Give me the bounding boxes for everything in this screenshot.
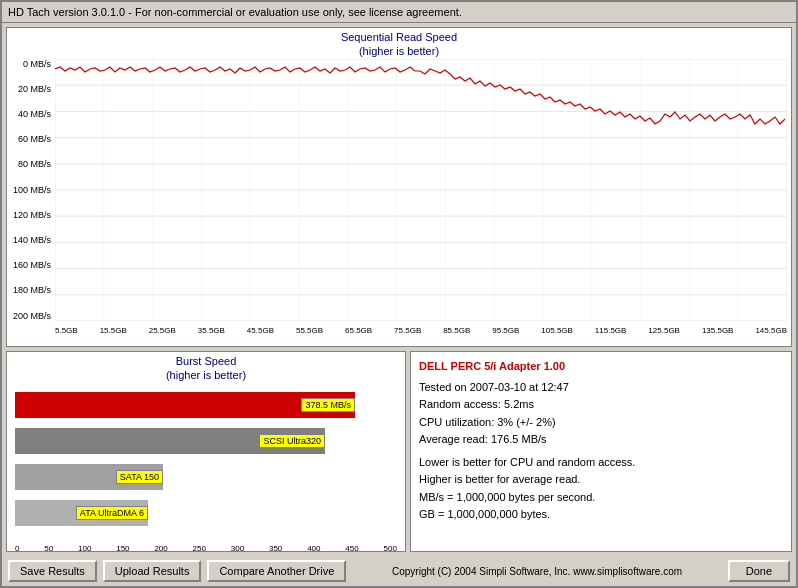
title-bar: HD Tach version 3.0.1.0 - For non-commer…: [2, 2, 796, 23]
seq-chart-container: Sequential Read Speed (higher is better)…: [6, 27, 792, 347]
info-tested-on: Tested on 2007-03-10 at 12:47: [419, 379, 783, 396]
y-axis: 200 MB/s 180 MB/s 160 MB/s 140 MB/s 120 …: [7, 59, 55, 321]
compare-drive-button[interactable]: Compare Another Drive: [207, 560, 346, 582]
save-results-button[interactable]: Save Results: [8, 560, 97, 582]
info-note-2: Higher is better for average read.: [419, 471, 783, 488]
app-title: HD Tach version 3.0.1.0 - For non-commer…: [8, 6, 462, 18]
burst-bars-area: 378.5 MB/s SCSI Ultra320 SATA: [11, 387, 401, 552]
burst-bar-2: SCSI Ultra320: [15, 427, 397, 455]
done-button[interactable]: Done: [728, 560, 790, 582]
x-axis-labels: 5.5GB 15.5GB 25.5GB 35.5GB 45.5GB 55.5GB…: [55, 321, 787, 341]
copyright-text: Copyright (C) 2004 Simpli Software, Inc.…: [352, 566, 721, 577]
burst-label-2: SCSI Ultra320: [259, 434, 325, 448]
burst-chart-container: Burst Speed (higher is better) 378.5 MB/…: [6, 351, 406, 552]
burst-chart-inner: Burst Speed (higher is better) 378.5 MB/…: [7, 352, 405, 551]
upload-results-button[interactable]: Upload Results: [103, 560, 202, 582]
burst-label-4: ATA UltraDMA 6: [76, 506, 148, 520]
seq-chart-title: Sequential Read Speed (higher is better): [7, 28, 791, 59]
burst-bar-4: ATA UltraDMA 6: [15, 499, 397, 527]
burst-x-labels: 0 50 100 150 200 250 300 350 400 450 500: [15, 544, 397, 552]
info-drive-title: DELL PERC 5/i Adapter 1.00: [419, 358, 783, 375]
info-cpu-util: CPU utilization: 3% (+/- 2%): [419, 414, 783, 431]
info-random-access: Random access: 5.2ms: [419, 396, 783, 413]
bottom-section: Burst Speed (higher is better) 378.5 MB/…: [6, 351, 792, 552]
burst-bar-1: 378.5 MB/s: [15, 391, 397, 419]
main-window: HD Tach version 3.0.1.0 - For non-commer…: [0, 0, 798, 588]
burst-label-3: SATA 150: [116, 470, 163, 484]
info-panel: DELL PERC 5/i Adapter 1.00 Tested on 200…: [410, 351, 792, 552]
footer: Save Results Upload Results Compare Anot…: [2, 556, 796, 586]
burst-label-1: 378.5 MB/s: [301, 398, 355, 412]
info-note-1: Lower is better for CPU and random acces…: [419, 454, 783, 471]
info-note-3: MB/s = 1,000,000 bytes per second.: [419, 489, 783, 506]
info-avg-read: Average read: 176.5 MB/s: [419, 431, 783, 448]
main-content: Sequential Read Speed (higher is better)…: [2, 23, 796, 556]
seq-chart-area: [55, 59, 787, 321]
burst-chart-title: Burst Speed (higher is better): [11, 354, 401, 383]
burst-bar-3: SATA 150: [15, 463, 397, 491]
info-note-4: GB = 1,000,000,000 bytes.: [419, 506, 783, 523]
